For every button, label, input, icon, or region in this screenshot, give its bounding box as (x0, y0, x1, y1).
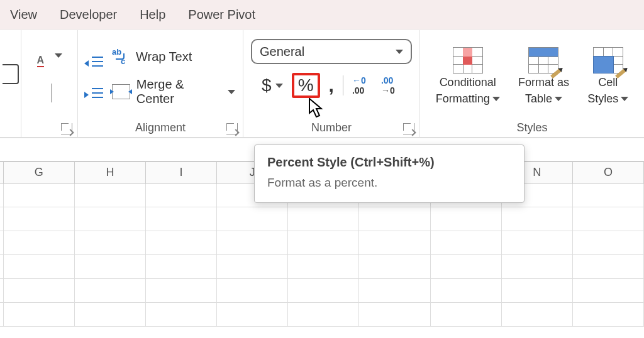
merge-center-label: Merge & Center (136, 77, 221, 106)
chevron-down-icon (492, 97, 500, 101)
cell-styles-button[interactable]: Cell Styles (587, 47, 628, 106)
tooltip-percent-style: Percent Style (Ctrl+Shift+%) Format as a… (254, 144, 525, 203)
sensitivity-button[interactable]: A (37, 51, 62, 68)
separator (343, 75, 343, 95)
chevron-down-icon (396, 50, 403, 54)
cell-styles-icon (593, 47, 623, 74)
column-header-H[interactable]: H (75, 162, 146, 183)
percent-style-button[interactable]: % (292, 73, 320, 98)
conditional-formatting-icon (453, 47, 483, 74)
increase-indent-button[interactable] (86, 85, 107, 103)
ribbon-group-partial-clipboard (0, 30, 21, 137)
decrease-indent-button[interactable] (86, 54, 107, 72)
chevron-down-icon (55, 53, 62, 58)
paste-button-edge[interactable] (3, 64, 19, 84)
group-label-styles: Styles (516, 121, 547, 134)
menu-power-pivot[interactable]: Power Pivot (188, 8, 255, 22)
number-format-value: General (260, 45, 304, 59)
separator (51, 84, 52, 102)
column-header-G[interactable]: G (4, 162, 75, 183)
group-label-alignment: Alignment (135, 121, 186, 134)
decrease-decimal-button[interactable]: .00 →0 (381, 75, 401, 95)
chevron-down-icon (621, 97, 628, 101)
tooltip-title: Percent Style (Ctrl+Shift+%) (267, 155, 511, 170)
wrap-text-label: Wrap Text (136, 50, 192, 64)
merge-center-icon (112, 84, 130, 99)
column-header-O[interactable]: O (573, 162, 644, 183)
chevron-down-icon[interactable] (275, 84, 283, 88)
dialog-launcher-icon[interactable] (403, 123, 414, 134)
menu-developer[interactable]: Developer (60, 8, 117, 22)
ribbon-group-alignment: abc Wrap Text Merge & Center Alignment (78, 30, 243, 137)
menu-bar: View Developer Help Power Pivot (0, 0, 644, 30)
ribbon-group-styles: Conditional Formatting Format as Table C… (420, 30, 644, 137)
menu-help[interactable]: Help (140, 8, 165, 22)
conditional-formatting-button[interactable]: Conditional Formatting (436, 47, 500, 106)
increase-decimal-button[interactable]: ←0 .00 (352, 75, 372, 95)
dialog-launcher-icon[interactable] (226, 123, 238, 134)
ribbon-group-partial-font: A (21, 30, 78, 137)
accounting-format-button[interactable]: $ (262, 75, 272, 95)
comma-style-button[interactable]: , (329, 75, 334, 96)
arrow-right-icon (84, 92, 89, 98)
pencil-icon (615, 68, 626, 79)
group-label-number: Number (311, 121, 352, 134)
wrap-text-button[interactable]: abc Wrap Text (112, 48, 235, 65)
tooltip-description: Format as a percent. (267, 176, 511, 190)
arrow-left-icon (84, 60, 89, 67)
chevron-down-icon (555, 97, 562, 101)
format-as-table-icon (528, 47, 558, 74)
menu-view[interactable]: View (10, 8, 37, 22)
wrap-text-icon: abc (112, 48, 130, 65)
dialog-launcher-icon[interactable] (61, 123, 72, 134)
chevron-down-icon[interactable] (228, 90, 235, 94)
number-format-combo[interactable]: General (251, 39, 412, 64)
merge-center-button[interactable]: Merge & Center (112, 77, 221, 106)
cells-area[interactable] (0, 183, 644, 327)
ribbon-group-number: General $ % , ←0 .00 .00 →0 Number (243, 30, 420, 137)
column-header-I[interactable]: I (146, 162, 217, 183)
ribbon: A abc (0, 30, 644, 138)
format-as-table-button[interactable]: Format as Table (518, 47, 569, 106)
